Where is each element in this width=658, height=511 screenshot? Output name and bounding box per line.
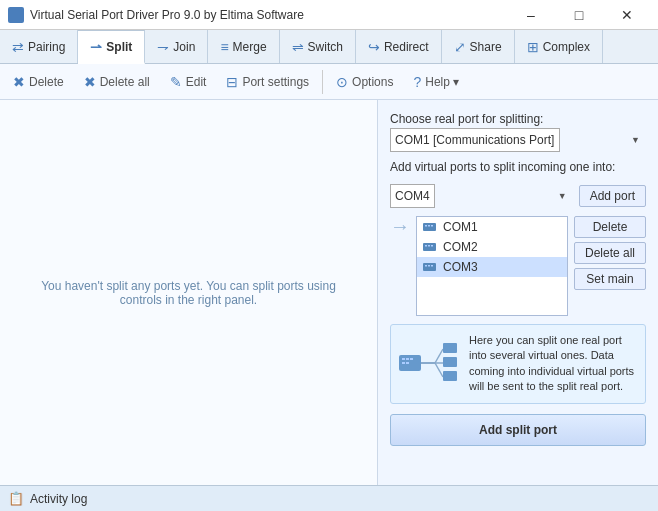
tab-split[interactable]: ⇀ Split	[78, 30, 145, 64]
split-diagram-icon	[399, 339, 459, 389]
toolbar: ✖ Delete ✖ Delete all ✎ Edit ⊟ Port sett…	[0, 64, 658, 100]
com2-label: COM2	[443, 240, 478, 254]
tab-join[interactable]: ⇁ Join	[145, 30, 208, 63]
svg-rect-14	[406, 358, 409, 360]
tab-pairing[interactable]: ⇄ Pairing	[0, 30, 78, 63]
help-icon: ?	[413, 74, 421, 90]
port-settings-icon: ⊟	[226, 74, 238, 90]
port-list-item[interactable]: COM1	[417, 217, 567, 237]
svg-rect-5	[425, 245, 427, 247]
tab-pairing-label: Pairing	[28, 40, 65, 54]
info-section: Here you can split one real port into se…	[390, 324, 646, 404]
split-tab-icon: ⇀	[90, 39, 102, 55]
port-list-item[interactable]: COM2	[417, 237, 567, 257]
delete-all-button[interactable]: ✖ Delete all	[75, 69, 159, 95]
main-content: You haven't split any ports yet. You can…	[0, 100, 658, 485]
list-delete-all-button[interactable]: Delete all	[574, 242, 646, 264]
svg-rect-6	[428, 245, 430, 247]
svg-rect-8	[423, 263, 436, 271]
maximize-button[interactable]: □	[556, 0, 602, 30]
status-bar: 📋 Activity log	[0, 485, 658, 511]
edit-button[interactable]: ✎ Edit	[161, 69, 216, 95]
add-port-row: COM4 COM5 COM6 Add port	[390, 184, 646, 208]
tab-switch-label: Switch	[308, 40, 343, 54]
redirect-icon: ↪	[368, 39, 380, 55]
switch-icon: ⇌	[292, 39, 304, 55]
choose-port-label: Choose real port for splitting:	[390, 112, 646, 126]
left-panel: You haven't split any ports yet. You can…	[0, 100, 378, 485]
title-bar: Virtual Serial Port Driver Pro 9.0 by El…	[0, 0, 658, 30]
delete-label: Delete	[29, 75, 64, 89]
options-button[interactable]: ⊙ Options	[327, 69, 402, 95]
set-main-button[interactable]: Set main	[574, 268, 646, 290]
tab-switch[interactable]: ⇌ Switch	[280, 30, 356, 63]
svg-rect-24	[443, 371, 457, 381]
left-panel-message: You haven't split any ports yet. You can…	[20, 279, 357, 307]
connector-arrow-icon: →	[390, 216, 410, 236]
app-title: Virtual Serial Port Driver Pro 9.0 by El…	[30, 8, 304, 22]
svg-rect-11	[431, 265, 433, 267]
add-port-button[interactable]: Add port	[579, 185, 646, 207]
minimize-button[interactable]: –	[508, 0, 554, 30]
options-label: Options	[352, 75, 393, 89]
tab-join-label: Join	[173, 40, 195, 54]
app-icon	[8, 7, 24, 23]
svg-rect-3	[431, 225, 433, 227]
com3-port-icon	[423, 262, 437, 272]
side-buttons: Delete Delete all Set main	[574, 216, 646, 290]
svg-line-21	[435, 363, 443, 377]
tab-redirect[interactable]: ↪ Redirect	[356, 30, 442, 63]
svg-rect-0	[423, 223, 436, 231]
port-settings-button[interactable]: ⊟ Port settings	[217, 69, 318, 95]
choose-port-section: Choose real port for splitting: COM1 [Co…	[390, 112, 646, 152]
svg-rect-16	[402, 362, 405, 364]
svg-rect-15	[410, 358, 413, 360]
tab-complex[interactable]: ⊞ Complex	[515, 30, 603, 63]
port-list-item[interactable]: COM3	[417, 257, 567, 277]
edit-label: Edit	[186, 75, 207, 89]
tab-merge-label: Merge	[233, 40, 267, 54]
svg-rect-7	[431, 245, 433, 247]
svg-rect-13	[402, 358, 405, 360]
add-virtual-label: Add virtual ports to split incoming one …	[390, 160, 646, 174]
com1-label: COM1	[443, 220, 478, 234]
delete-all-icon: ✖	[84, 74, 96, 90]
tab-merge[interactable]: ≡ Merge	[208, 30, 279, 63]
activity-log-icon: 📋	[8, 491, 24, 506]
add-port-dropdown-wrapper: COM4 COM5 COM6	[390, 184, 573, 208]
info-text: Here you can split one real port into se…	[469, 333, 637, 395]
svg-rect-2	[428, 225, 430, 227]
tab-share-label: Share	[470, 40, 502, 54]
help-label: Help ▾	[425, 75, 459, 89]
com2-port-icon	[423, 242, 437, 252]
tab-bar: ⇄ Pairing ⇀ Split ⇁ Join ≡ Merge ⇌ Switc…	[0, 30, 658, 64]
svg-rect-23	[443, 357, 457, 367]
add-port-dropdown[interactable]: COM4 COM5 COM6	[390, 184, 435, 208]
tab-share[interactable]: ⤢ Share	[442, 30, 515, 63]
close-button[interactable]: ✕	[604, 0, 650, 30]
list-delete-button[interactable]: Delete	[574, 216, 646, 238]
svg-rect-10	[428, 265, 430, 267]
delete-all-label: Delete all	[100, 75, 150, 89]
com3-label: COM3	[443, 260, 478, 274]
choose-port-dropdown-wrapper: COM1 [Communications Port] COM2 COM3	[390, 128, 646, 152]
port-settings-label: Port settings	[242, 75, 309, 89]
delete-icon: ✖	[13, 74, 25, 90]
virtual-port-area: → COM1	[390, 216, 646, 316]
svg-rect-22	[443, 343, 457, 353]
svg-rect-1	[425, 225, 427, 227]
activity-log-label: Activity log	[30, 492, 87, 506]
pairing-icon: ⇄	[12, 39, 24, 55]
svg-rect-9	[425, 265, 427, 267]
svg-rect-4	[423, 243, 436, 251]
tab-complex-label: Complex	[543, 40, 590, 54]
delete-button[interactable]: ✖ Delete	[4, 69, 73, 95]
com1-port-icon	[423, 222, 437, 232]
help-button[interactable]: ? Help ▾	[404, 69, 468, 95]
add-split-port-button[interactable]: Add split port	[390, 414, 646, 446]
title-bar-left: Virtual Serial Port Driver Pro 9.0 by El…	[8, 7, 304, 23]
options-icon: ⊙	[336, 74, 348, 90]
port-list-box: COM1 COM2	[416, 216, 568, 316]
tab-split-label: Split	[106, 40, 132, 54]
choose-port-dropdown[interactable]: COM1 [Communications Port] COM2 COM3	[390, 128, 560, 152]
